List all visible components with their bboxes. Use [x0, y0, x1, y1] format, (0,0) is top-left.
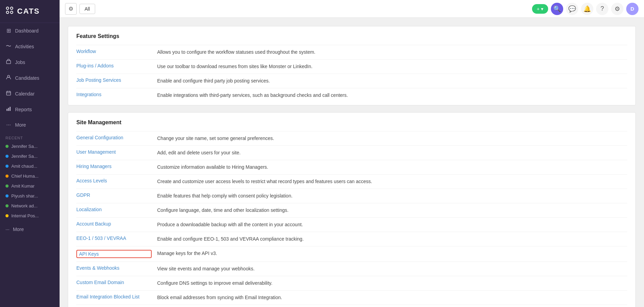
access-levels-link[interactable]: Access Levels [76, 178, 152, 183]
svg-point-3 [11, 11, 13, 14]
integrations-link[interactable]: Integrations [76, 92, 152, 97]
sidebar-item-jobs[interactable]: Jobs [0, 54, 60, 70]
svg-point-0 [7, 7, 9, 10]
settings-row-events-webhooks: Events & Webhooks View site events and m… [76, 261, 627, 276]
user-mgmt-desc: Add, edit and delete users for your site… [157, 149, 241, 156]
settings-row-account-backup: Account Backup Produce a downloadable ba… [76, 217, 627, 232]
dot-icon [5, 145, 9, 148]
plus-icon: + [537, 6, 540, 12]
user-avatar[interactable]: D [626, 3, 639, 15]
dot-icon [5, 155, 9, 158]
job-posting-link[interactable]: Job Posting Services [76, 77, 152, 83]
api-keys-link[interactable]: API Keys [76, 250, 152, 258]
general-config-link[interactable]: General Configuration [76, 135, 152, 140]
gdpr-desc: Enable features that help comply with co… [157, 192, 292, 200]
sidebar-item-more-bottom[interactable]: ··· More [0, 222, 60, 236]
sidebar-item-more[interactable]: ··· More [0, 117, 60, 132]
chat-button[interactable]: 💬 [566, 3, 578, 15]
feature-settings-section: Feature Settings Workflow Allows you to … [68, 26, 636, 105]
dot-icon [5, 214, 9, 217]
activities-icon: 〜 [5, 43, 12, 50]
jobs-icon [5, 59, 12, 66]
sidebar-item-calendar[interactable]: Calendar [0, 86, 60, 102]
workflow-link[interactable]: Workflow [76, 49, 152, 54]
hiring-mgrs-link[interactable]: Hiring Managers [76, 164, 152, 169]
custom-email-desc: Configure DNS settings to improve email … [157, 280, 273, 287]
svg-point-5 [8, 75, 10, 77]
account-backup-link[interactable]: Account Backup [76, 221, 152, 227]
integrations-desc: Enable integrations with third-party ser… [157, 92, 348, 99]
settings-row-integrations: Integrations Enable integrations with th… [76, 88, 627, 102]
sidebar-item-label: Dashboard [15, 28, 39, 34]
recent-item-4[interactable]: Amit Kumar [0, 181, 60, 191]
settings-row-workflow: Workflow Allows you to configure the wor… [76, 45, 627, 59]
settings-button[interactable]: ⚙ [611, 3, 623, 15]
sidebar-item-reports[interactable]: Reports [0, 102, 60, 117]
svg-rect-8 [8, 108, 9, 111]
recent-item-5[interactable]: Piyush shar... [0, 191, 60, 201]
recent-item-6[interactable]: Network ad... [0, 201, 60, 211]
settings-row-localization: Localization Configure language, date, t… [76, 203, 627, 217]
settings-row-access-levels: Access Levels Create and customize user … [76, 174, 627, 189]
email-blocked-desc: Block email addresses from syncing with … [157, 294, 282, 301]
search-button[interactable]: 🔍 [551, 3, 563, 15]
sidebar-item-label: Reports [15, 107, 32, 112]
cats-logo-icon [5, 5, 14, 17]
recent-item-1[interactable]: Jennifer Sa... [0, 151, 60, 161]
custom-email-link[interactable]: Custom Email Domain [76, 280, 152, 285]
settings-row-hiring-mgrs: Hiring Managers Customize information av… [76, 160, 627, 174]
add-button[interactable]: + ▾ [532, 4, 548, 14]
calendar-icon [5, 90, 12, 97]
svg-rect-7 [7, 109, 8, 111]
sidebar-item-activities[interactable]: 〜 Activities [0, 38, 60, 54]
notifications-button[interactable]: 🔔 [581, 3, 593, 15]
events-webhooks-link[interactable]: Events & Webhooks [76, 265, 152, 271]
feature-settings-title: Feature Settings [76, 33, 627, 39]
sidebar-item-label: More [15, 122, 26, 128]
sidebar: CATS ⊞ Dashboard 〜 Activities Jobs Candi… [0, 0, 60, 307]
sidebar-nav: ⊞ Dashboard 〜 Activities Jobs Candidates… [0, 23, 60, 132]
access-levels-desc: Create and customize user access levels … [157, 178, 372, 185]
settings-row-general-config: General Configuration Change your site n… [76, 131, 627, 145]
plugins-link[interactable]: Plug-ins / Addons [76, 63, 152, 68]
settings-row-user-mgmt: User Management Add, edit and delete use… [76, 145, 627, 160]
eeo-link[interactable]: EEO-1 / 503 / VEVRAA [76, 235, 152, 241]
dot-icon [5, 204, 9, 207]
dot-icon [5, 175, 9, 178]
help-button[interactable]: ? [596, 3, 608, 15]
svg-rect-4 [7, 61, 11, 64]
search-icon: 🔍 [553, 5, 561, 13]
localization-link[interactable]: Localization [76, 207, 152, 212]
more-icon: ··· [5, 122, 12, 128]
sidebar-item-dashboard[interactable]: ⊞ Dashboard [0, 23, 60, 38]
recent-item-2[interactable]: Amit chaud... [0, 161, 60, 171]
dot-icon [5, 165, 9, 168]
settings-row-plugins: Plug-ins / Addons Use our toolbar to dow… [76, 59, 627, 74]
gdpr-link[interactable]: GDPR [76, 192, 152, 198]
svg-rect-6 [7, 91, 11, 95]
svg-point-1 [11, 7, 13, 10]
chat-icon: 💬 [568, 5, 576, 13]
recent-item-3[interactable]: Chief Huma... [0, 171, 60, 181]
sidebar-recent-list: Jennifer Sa... Jennifer Sa... Amit chaud… [0, 141, 60, 221]
email-blocked-link[interactable]: Email Integration Blocked List [76, 294, 152, 299]
site-management-section: Site Management General Configuration Ch… [68, 112, 636, 307]
main-area: ⚙ All + ▾ 🔍 💬 🔔 ? ⚙ D [60, 0, 644, 307]
settings-row-email-blocked: Email Integration Blocked List Block ema… [76, 290, 627, 305]
sidebar-logo: CATS [0, 0, 60, 23]
site-management-title: Site Management [76, 119, 627, 126]
gear-button[interactable]: ⚙ [65, 3, 77, 15]
settings-row-api-keys: API Keys Manage keys for the API v3. [76, 246, 627, 261]
svg-point-2 [7, 11, 9, 14]
settings-row-custom-email: Custom Email Domain Configure DNS settin… [76, 276, 627, 290]
user-mgmt-link[interactable]: User Management [76, 149, 152, 155]
settings-row-sms-numbers: SMS Numbers View assigned and unassigned… [76, 305, 627, 307]
api-keys-desc: Manage keys for the API v3. [157, 250, 217, 257]
recent-item-0[interactable]: Jennifer Sa... [0, 141, 60, 151]
all-button[interactable]: All [79, 4, 95, 14]
recent-item-7[interactable]: Internal Pos... [0, 211, 60, 221]
candidates-icon [5, 75, 12, 81]
sidebar-item-candidates[interactable]: Candidates [0, 70, 60, 86]
app-logo-text: CATS [17, 7, 40, 16]
help-icon: ? [601, 5, 604, 12]
